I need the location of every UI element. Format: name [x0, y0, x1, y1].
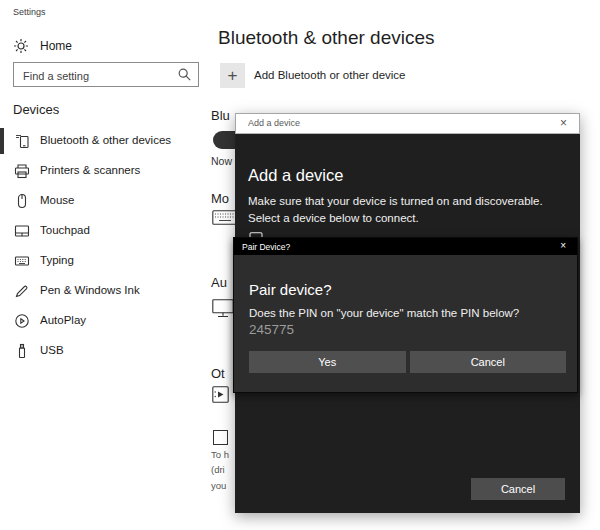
sidebar-item-usb[interactable]: USB: [0, 336, 210, 366]
keyboard-icon: [14, 253, 30, 269]
touchpad-icon: [14, 223, 30, 239]
pair-heading: Pair device?: [249, 281, 332, 298]
usb-icon: [14, 343, 30, 359]
pen-icon: [14, 283, 30, 299]
metered-text-fragment: you: [211, 480, 226, 491]
sidebar-item-label: Mouse: [40, 194, 75, 206]
settings-window: Settings Home Devices: [0, 0, 600, 530]
autoplay-icon: [14, 313, 30, 329]
dialog-title: Add a device: [248, 118, 300, 128]
metered-connection-checkbox[interactable]: [213, 430, 228, 445]
dialog-heading: Add a device: [248, 166, 343, 185]
sidebar-item-typing[interactable]: Typing: [0, 246, 210, 276]
close-icon[interactable]: ×: [557, 116, 570, 130]
pair-dialog-body: Pair device? Does the PIN on "your devic…: [234, 255, 577, 392]
page-title: Bluetooth & other devices: [218, 27, 435, 49]
selected-indicator: [0, 128, 4, 154]
add-device-dialog-titlebar: Add a device ×: [235, 113, 580, 134]
cancel-button[interactable]: Cancel: [471, 478, 565, 500]
sidebar-item-bluetooth-other-devices[interactable]: Bluetooth & other devices: [0, 126, 210, 156]
dialog-description: Make sure that your device is turned on …: [248, 193, 560, 226]
bluetooth-device-icon: [14, 133, 30, 149]
plus-icon: +: [220, 63, 245, 88]
pair-dialog-titlebar: Pair Device? ×: [234, 238, 577, 255]
pair-dialog-buttons: Yes Cancel: [249, 351, 566, 373]
pin-value: 245775: [249, 322, 294, 337]
window-title: Settings: [13, 7, 46, 17]
close-icon[interactable]: ×: [557, 240, 569, 251]
mouse-icon: [14, 193, 30, 209]
sidebar-item-label: Touchpad: [40, 224, 90, 236]
sidebar-item-label: AutoPlay: [40, 314, 86, 326]
sidebar-item-autoplay[interactable]: AutoPlay: [0, 306, 210, 336]
sidebar-item-touchpad[interactable]: Touchpad: [0, 216, 210, 246]
sidebar-item-label: Printers & scanners: [40, 164, 140, 176]
printer-icon: [14, 163, 30, 179]
sidebar-item-mouse[interactable]: Mouse: [0, 186, 210, 216]
magnifier-icon[interactable]: [177, 67, 192, 82]
sidebar-section-header: Devices: [13, 102, 59, 117]
add-device-label: Add Bluetooth or other device: [254, 69, 406, 81]
sidebar-item-label: Home: [40, 39, 72, 53]
sidebar-item-home[interactable]: Home: [0, 34, 210, 60]
gear-icon: [13, 38, 29, 54]
pin-question: Does the PIN on "your device" match the …: [249, 307, 519, 319]
sidebar-item-printers-scanners[interactable]: Printers & scanners: [0, 156, 210, 186]
yes-button[interactable]: Yes: [249, 351, 406, 373]
sidebar-item-label: Pen & Windows Ink: [40, 284, 140, 296]
audio-section-heading-fragment: Au: [211, 275, 227, 290]
mouse-section-heading-fragment: Mo: [211, 191, 229, 206]
metered-text-fragment: To h: [211, 449, 229, 460]
sidebar-item-pen-windows-ink[interactable]: Pen & Windows Ink: [0, 276, 210, 306]
monitor-icon: [212, 299, 234, 318]
sidebar-nav: Bluetooth & other devices Printers & sca…: [0, 126, 210, 366]
bluetooth-section-heading-fragment: Blu: [211, 108, 230, 123]
metered-text-fragment: (dri: [211, 464, 225, 475]
sidebar-item-label: Bluetooth & other devices: [40, 134, 171, 146]
sidebar-item-label: USB: [40, 344, 64, 356]
other-devices-heading-fragment: Ot: [211, 366, 225, 381]
pair-device-dialog: Pair Device? × Pair device? Does the PIN…: [233, 237, 578, 393]
sidebar-item-label: Typing: [40, 254, 74, 266]
dialog-title: Pair Device?: [242, 242, 290, 252]
media-device-icon: [212, 386, 229, 403]
search-input[interactable]: [21, 64, 175, 87]
cancel-button[interactable]: Cancel: [410, 351, 567, 373]
discoverable-text-fragment: Now: [211, 155, 232, 167]
search-box[interactable]: [13, 62, 199, 87]
